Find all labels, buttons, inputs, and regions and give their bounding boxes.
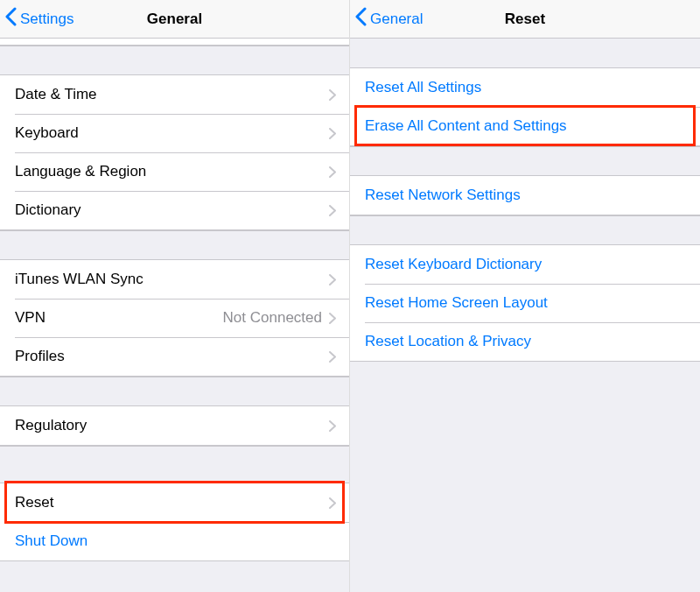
row-label: Reset — [15, 494, 329, 511]
vpn-row[interactable]: VPN Not Connected — [0, 299, 349, 337]
chevron-right-icon — [329, 351, 336, 363]
chevron-left-icon — [5, 7, 20, 31]
group-gap — [350, 362, 700, 592]
date-time-row[interactable]: Date & Time — [0, 75, 349, 114]
back-button[interactable]: General — [355, 7, 423, 31]
partial-row-top — [0, 39, 349, 46]
nav-title: Reset — [505, 11, 545, 28]
row-label: Reset Network Settings — [365, 187, 687, 204]
reset-network-row[interactable]: Reset Network Settings — [350, 176, 700, 215]
back-button[interactable]: Settings — [5, 7, 74, 31]
list-group: iTunes WLAN Sync VPN Not Connected Profi… — [0, 259, 349, 377]
row-label: Regulatory — [15, 417, 329, 434]
shut-down-row[interactable]: Shut Down — [0, 522, 349, 560]
chevron-right-icon — [329, 89, 336, 101]
chevron-right-icon — [329, 166, 336, 178]
reset-home-screen-row[interactable]: Reset Home Screen Layout — [350, 284, 700, 322]
group-gap — [350, 215, 700, 244]
row-label: iTunes WLAN Sync — [15, 271, 329, 288]
nav-bar: Settings General — [0, 0, 349, 39]
chevron-right-icon — [329, 497, 336, 509]
list-group: Regulatory — [0, 405, 349, 446]
row-label: Shut Down — [15, 532, 336, 550]
list-group: Reset All Settings Erase All Content and… — [350, 67, 700, 146]
row-label: Reset Home Screen Layout — [365, 294, 687, 312]
chevron-right-icon — [329, 274, 336, 285]
back-label: General — [370, 11, 423, 28]
reset-row[interactable]: Reset — [0, 483, 349, 522]
list-group: Date & Time Keyboard Language & Region D… — [0, 74, 349, 230]
row-label: Erase All Content and Settings — [365, 117, 687, 135]
row-label: Keyboard — [15, 124, 329, 142]
row-label: Profiles — [15, 348, 329, 365]
chevron-left-icon — [355, 7, 370, 31]
erase-all-content-row[interactable]: Erase All Content and Settings — [350, 107, 700, 145]
row-label: Date & Time — [15, 86, 329, 103]
dictionary-row[interactable]: Dictionary — [0, 191, 349, 229]
group-gap — [350, 146, 700, 175]
itunes-wlan-row[interactable]: iTunes WLAN Sync — [0, 260, 349, 299]
reset-all-settings-row[interactable]: Reset All Settings — [350, 68, 700, 107]
row-label: Reset All Settings — [365, 79, 687, 96]
regulatory-row[interactable]: Regulatory — [0, 406, 349, 445]
chevron-right-icon — [329, 205, 336, 216]
row-label: Reset Keyboard Dictionary — [365, 256, 687, 273]
content-area: Reset All Settings Erase All Content and… — [350, 39, 700, 592]
list-group: Reset Keyboard Dictionary Reset Home Scr… — [350, 244, 700, 362]
profiles-row[interactable]: Profiles — [0, 337, 349, 376]
group-gap — [0, 446, 349, 483]
row-label: Language & Region — [15, 163, 329, 180]
vpn-status: Not Connected — [223, 309, 322, 327]
content-area: Date & Time Keyboard Language & Region D… — [0, 39, 349, 592]
keyboard-row[interactable]: Keyboard — [0, 114, 349, 152]
list-group: Reset Network Settings — [350, 175, 700, 215]
chevron-right-icon — [329, 128, 336, 139]
group-gap — [0, 377, 349, 405]
group-gap — [0, 46, 349, 74]
list-group: Reset Shut Down — [0, 483, 349, 561]
reset-screen: General Reset Reset All Settings Erase A… — [350, 0, 700, 592]
row-label: Reset Location & Privacy — [365, 333, 687, 350]
reset-location-privacy-row[interactable]: Reset Location & Privacy — [350, 322, 700, 361]
nav-title: General — [147, 11, 202, 28]
nav-bar: General Reset — [350, 0, 700, 39]
reset-keyboard-dict-row[interactable]: Reset Keyboard Dictionary — [350, 245, 700, 284]
language-region-row[interactable]: Language & Region — [0, 152, 349, 191]
general-settings-screen: Settings General Date & Time Keyboard La… — [0, 0, 350, 592]
group-gap — [350, 39, 700, 67]
chevron-right-icon — [329, 313, 336, 324]
row-label: VPN — [15, 309, 223, 327]
row-label: Dictionary — [15, 201, 329, 219]
chevron-right-icon — [329, 420, 336, 432]
back-label: Settings — [20, 11, 74, 28]
group-gap — [0, 230, 349, 259]
